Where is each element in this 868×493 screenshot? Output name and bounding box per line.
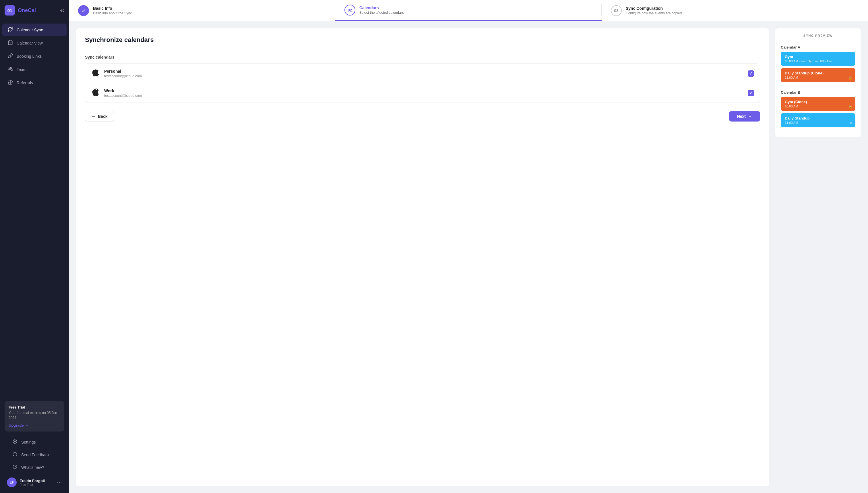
lock-icon-2: 🔒 bbox=[848, 105, 852, 109]
logo-area: 01 OneCal bbox=[5, 5, 36, 16]
sidebar-item-referrals[interactable]: Referrals bbox=[2, 77, 67, 89]
step-3-title: Sync Configuration bbox=[626, 6, 682, 10]
feedback-icon bbox=[12, 452, 18, 458]
step-2-text: Calendars Select the affected calendars bbox=[359, 5, 404, 15]
calendar-icon bbox=[7, 40, 13, 46]
event-gym-clone-title: Gym (Clone) bbox=[785, 100, 851, 104]
svg-point-7 bbox=[14, 441, 16, 442]
whats-new-icon bbox=[12, 465, 18, 470]
calendar-work-email: testaccount@icloud.com bbox=[104, 94, 744, 98]
sidebar-item-booking-links[interactable]: Booking Links bbox=[2, 50, 67, 63]
event-gym-clone-time: 10:00 AM bbox=[785, 105, 851, 108]
copy-icon: ⧉ bbox=[850, 121, 852, 125]
calendar-personal-info: Personal testaccount@icloud.com bbox=[104, 69, 744, 78]
event-standup-clone-title: Daily Standup (Clone) bbox=[785, 71, 851, 75]
event-standup-clone: Daily Standup (Clone) 11:00 AM 🔒 bbox=[781, 68, 855, 82]
steps-header: Basic Info Basic info about the Sync 02 … bbox=[69, 0, 868, 21]
settings-nav: Settings Send Feedback What's new? bbox=[5, 436, 64, 473]
user-more-button[interactable]: ⋯ bbox=[57, 479, 62, 486]
step-circle-2: 02 bbox=[344, 5, 355, 16]
calendar-work-name: Work bbox=[104, 88, 744, 93]
sidebar: 01 OneCal ≪ Calendar Sync Calendar View … bbox=[0, 0, 69, 493]
step-1-title: Basic Info bbox=[93, 6, 132, 10]
step-basic-info: Basic Info Basic info about the Sync bbox=[69, 0, 335, 21]
main-content: Basic Info Basic info about the Sync 02 … bbox=[69, 0, 868, 493]
preview-title: SYNC PREVIEW bbox=[781, 34, 855, 41]
event-standup-clone-time: 11:00 AM bbox=[785, 76, 851, 79]
sidebar-item-label: Send Feedback bbox=[21, 452, 49, 457]
calendar-personal-email: testaccount@icloud.com bbox=[104, 74, 744, 78]
user-details: Eraldo Forgoli Free Trial bbox=[20, 479, 45, 486]
gift-icon bbox=[7, 80, 13, 86]
user-row: EF Eraldo Forgoli Free Trial ⋯ bbox=[5, 475, 64, 488]
user-name: Eraldo Forgoli bbox=[20, 479, 45, 483]
sidebar-footer: Free Trial Your free trial expires on 05… bbox=[0, 396, 69, 493]
preview-panel: SYNC PREVIEW Calendar A Gym 10:00 AM · F… bbox=[775, 28, 861, 137]
calendar-personal-checkbox[interactable]: ✓ bbox=[748, 70, 754, 77]
back-arrow-icon: ← bbox=[92, 114, 96, 119]
sidebar-item-label: Settings bbox=[21, 440, 36, 445]
upgrade-button[interactable]: Upgrade → bbox=[8, 423, 28, 428]
body-area: Synchronize calendars Sync calendars Per… bbox=[69, 21, 868, 493]
settings-icon bbox=[12, 439, 18, 445]
event-standup-title: Daily Standup bbox=[785, 116, 851, 121]
calendar-item-personal: Personal testaccount@icloud.com ✓ bbox=[85, 64, 760, 83]
calendar-work-checkbox[interactable]: ✓ bbox=[748, 90, 754, 96]
step-circle-1 bbox=[78, 5, 89, 16]
sidebar-item-calendar-sync[interactable]: Calendar Sync bbox=[2, 24, 67, 36]
step-1-subtitle: Basic info about the Sync bbox=[93, 11, 132, 15]
sidebar-item-label: What's new? bbox=[21, 465, 44, 470]
sidebar-item-whats-new[interactable]: What's new? bbox=[7, 462, 62, 473]
calendar-personal-name: Personal bbox=[104, 69, 744, 73]
step-1-text: Basic Info Basic info about the Sync bbox=[93, 6, 132, 15]
action-row: ← ← Back Back Next → bbox=[85, 109, 760, 122]
step-circle-3: 03 bbox=[611, 5, 622, 16]
sidebar-item-label: Calendar View bbox=[17, 41, 43, 45]
free-trial-title: Free Trial bbox=[8, 405, 60, 409]
section-label: Sync calendars bbox=[85, 55, 760, 60]
step-sync-config: 03 Sync Configuration Configure how the … bbox=[602, 0, 868, 21]
event-standup: Daily Standup 11:00 AM ⧉ bbox=[781, 113, 855, 127]
event-gym-time: 10:00 AM · Flex Gym on 16th Ave bbox=[785, 60, 851, 63]
back-button[interactable]: ← ← Back Back bbox=[85, 111, 114, 122]
free-trial-box: Free Trial Your free trial expires on 05… bbox=[5, 401, 64, 431]
sync-calendars-section: Sync calendars Personal testaccount@iclo… bbox=[85, 55, 760, 103]
step-3-subtitle: Configure how the events are copied bbox=[626, 11, 682, 15]
sidebar-nav: Calendar Sync Calendar View Booking Link… bbox=[0, 21, 69, 396]
step-2-title: Calendars bbox=[359, 5, 404, 10]
calendar-a-label: Calendar A bbox=[781, 45, 855, 49]
user-plan: Free Trial bbox=[20, 483, 45, 486]
step-2-subtitle: Select the affected calendars bbox=[359, 10, 404, 15]
calendar-b-label: Calendar B bbox=[781, 90, 855, 94]
main-card: Synchronize calendars Sync calendars Per… bbox=[76, 28, 769, 486]
sidebar-item-label: Booking Links bbox=[17, 54, 42, 59]
avatar: EF bbox=[7, 477, 17, 487]
event-gym-title: Gym bbox=[785, 55, 851, 59]
collapse-button[interactable]: ≪ bbox=[60, 8, 64, 13]
preview-calendar-a: Calendar A Gym 10:00 AM · Flex Gym on 16… bbox=[781, 45, 855, 84]
svg-point-4 bbox=[9, 67, 10, 69]
calendar-item-work: Work testaccount@icloud.com ✓ bbox=[85, 83, 760, 103]
sidebar-item-label: Calendar Sync bbox=[17, 27, 43, 32]
step-calendars: 02 Calendars Select the affected calenda… bbox=[335, 0, 602, 21]
event-standup-time: 11:00 AM bbox=[785, 121, 851, 124]
next-button[interactable]: Next → bbox=[729, 111, 760, 122]
sidebar-item-label: Team bbox=[17, 67, 26, 72]
event-gym: Gym 10:00 AM · Flex Gym on 16th Ave bbox=[781, 52, 855, 66]
user-info: EF Eraldo Forgoli Free Trial bbox=[7, 477, 45, 487]
svg-rect-0 bbox=[8, 41, 12, 45]
apple-icon-work bbox=[91, 88, 100, 98]
sidebar-header: 01 OneCal ≪ bbox=[0, 0, 69, 21]
lock-icon: 🔒 bbox=[848, 76, 852, 80]
sidebar-item-settings[interactable]: Settings bbox=[7, 436, 62, 448]
sidebar-item-team[interactable]: Team bbox=[2, 63, 67, 76]
sidebar-item-calendar-view[interactable]: Calendar View bbox=[2, 37, 67, 49]
card-title: Synchronize calendars bbox=[85, 36, 760, 49]
sidebar-item-send-feedback[interactable]: Send Feedback bbox=[7, 449, 62, 461]
calendar-work-info: Work testaccount@icloud.com bbox=[104, 88, 744, 98]
calendar-items: Personal testaccount@icloud.com ✓ bbox=[85, 64, 760, 103]
next-arrow-icon: → bbox=[748, 114, 752, 119]
sync-icon bbox=[7, 27, 13, 33]
team-icon bbox=[7, 66, 13, 73]
logo-text: OneCal bbox=[18, 7, 36, 14]
